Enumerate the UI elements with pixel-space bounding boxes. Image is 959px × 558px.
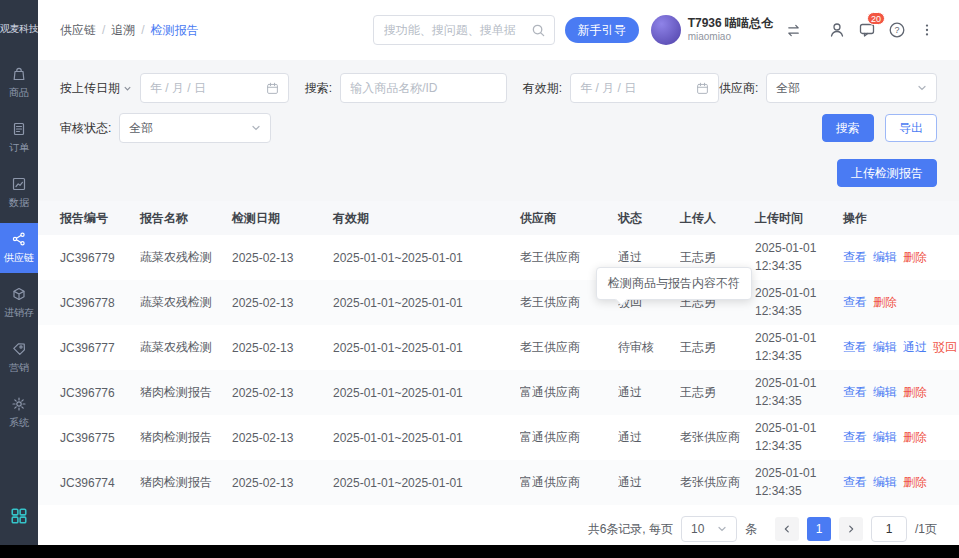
action-edit[interactable]: 编辑 <box>873 340 897 354</box>
action-approve[interactable]: 通过 <box>903 340 927 354</box>
search-button[interactable]: 搜索 <box>822 114 874 142</box>
sidebar-item-orders[interactable]: 订单 <box>0 113 38 163</box>
table-row: JC396777蔬菜农残检测2025-02-132025-01-01~2025-… <box>38 325 959 370</box>
cell-uploader: 老张供应商 <box>680 460 755 505</box>
action-edit[interactable]: 编辑 <box>873 385 897 399</box>
keyword-search-input[interactable]: 输入商品名称/ID <box>340 73 507 103</box>
sidebar-item-data[interactable]: 数据 <box>0 168 38 218</box>
cell-upload-time: 2025-01-0112:34:35 <box>755 325 843 370</box>
action-delete[interactable]: 删除 <box>903 250 927 264</box>
svg-text:?: ? <box>894 25 899 35</box>
sidebar-item-label: 数据 <box>9 196 29 210</box>
report-table: 报告编号 报告名称 检测日期 有效期 供应商 状态 上传人 上传时间 操作 JC… <box>38 201 959 505</box>
breadcrumb-supply-chain[interactable]: 供应链 <box>60 22 96 39</box>
cell-report-id: JC396776 <box>38 370 140 415</box>
sidebar-item-supply-chain[interactable]: 供应链 <box>0 223 38 273</box>
column-validity: 有效期 <box>333 201 520 235</box>
action-delete[interactable]: 删除 <box>903 430 927 444</box>
upload-report-button[interactable]: 上传检测报告 <box>837 159 937 187</box>
cell-report-id: JC396774 <box>38 460 140 505</box>
page-size-value: 10 <box>691 522 704 536</box>
action-view[interactable]: 查看 <box>843 475 867 489</box>
next-page-button[interactable] <box>839 517 863 541</box>
prev-page-button[interactable] <box>775 517 799 541</box>
messages-button[interactable]: 20 <box>857 20 877 40</box>
page-jump-input[interactable] <box>871 516 907 542</box>
account-text: T7936 喵喵总仓 miaomiao <box>688 16 773 44</box>
search-icon[interactable] <box>531 23 546 38</box>
action-delete[interactable]: 删除 <box>903 385 927 399</box>
record-summary: 共6条记录, 每页 <box>588 521 673 538</box>
cell-test-date: 2025-02-13 <box>232 415 333 460</box>
brand-logo: 观麦科技 <box>0 0 38 58</box>
action-view[interactable]: 查看 <box>843 250 867 264</box>
sidebar-item-marketing[interactable]: 营销 <box>0 333 38 383</box>
page-1-button[interactable]: 1 <box>807 517 831 541</box>
cell-actions: 查看编辑删除 <box>843 460 959 505</box>
action-view[interactable]: 查看 <box>843 430 867 444</box>
cell-report-name: 猪肉检测报告 <box>140 460 232 505</box>
page-size-unit: 条 <box>745 521 757 538</box>
action-edit[interactable]: 编辑 <box>873 475 897 489</box>
report-table-body: JC396779蔬菜农残检测2025-02-132025-01-01~2025-… <box>38 235 959 505</box>
account-info[interactable]: T7936 喵喵总仓 miaomiao <box>651 15 773 45</box>
cell-test-date: 2025-02-13 <box>232 325 333 370</box>
sidebar-item-label: 商品 <box>9 86 29 100</box>
validity-date-placeholder: 年 / 月 / 日 <box>580 80 636 97</box>
upload-date-filter-label[interactable]: 按上传日期 <box>60 80 132 97</box>
apps-grid-icon[interactable] <box>10 507 28 529</box>
cell-upload-time: 2025-01-0112:34:35 <box>755 235 843 280</box>
action-edit[interactable]: 编辑 <box>873 430 897 444</box>
supplier-select-value: 全部 <box>776 80 800 97</box>
cell-report-name: 猪肉检测报告 <box>140 370 232 415</box>
more-menu-button[interactable] <box>917 20 937 40</box>
cell-test-date: 2025-02-13 <box>232 370 333 415</box>
action-view[interactable]: 查看 <box>843 295 867 309</box>
question-mark-icon: ? <box>888 21 906 39</box>
supplier-select[interactable]: 全部 <box>766 73 937 103</box>
action-view[interactable]: 查看 <box>843 385 867 399</box>
global-search-input[interactable] <box>382 22 531 38</box>
person-icon <box>828 21 846 39</box>
column-upload-time: 上传时间 <box>755 201 843 235</box>
beginner-guide-button[interactable]: 新手引导 <box>565 17 639 43</box>
avatar[interactable] <box>651 15 681 45</box>
table-row: JC396779蔬菜农残检测2025-02-132025-01-01~2025-… <box>38 235 959 280</box>
sidebar-item-label: 系统 <box>9 416 29 430</box>
chart-icon <box>11 176 27 192</box>
cell-validity: 2025-01-01~2025-01-01 <box>333 460 520 505</box>
sidebar-item-label: 供应链 <box>4 251 34 265</box>
keyword-search-placeholder: 输入商品名称/ID <box>350 80 437 97</box>
switch-store-button[interactable] <box>783 20 803 40</box>
customer-service-button[interactable] <box>827 20 847 40</box>
cell-uploader: 王志勇 <box>680 325 755 370</box>
validity-date-input[interactable]: 年 / 月 / 日 <box>570 73 719 103</box>
cell-supplier: 富通供应商 <box>520 370 618 415</box>
breadcrumb-trace[interactable]: 追溯 <box>111 22 135 39</box>
action-delete[interactable]: 删除 <box>873 295 897 309</box>
column-test-date: 检测日期 <box>232 201 333 235</box>
cell-report-id: JC396779 <box>38 235 140 280</box>
topbar: 供应链 / 追溯 / 检测报告 新手引导 T7936 喵喵总仓 miaomiao <box>38 0 959 60</box>
action-edit[interactable]: 编辑 <box>873 250 897 264</box>
chevron-left-icon <box>782 524 792 534</box>
sidebar-item-inventory[interactable]: 进销存 <box>0 278 38 328</box>
help-button[interactable]: ? <box>887 20 907 40</box>
calendar-icon <box>266 82 279 95</box>
audit-status-label: 审核状态: <box>60 120 111 137</box>
action-view[interactable]: 查看 <box>843 340 867 354</box>
sidebar-item-goods[interactable]: 商品 <box>0 58 38 108</box>
cell-actions: 查看编辑删除 <box>843 370 959 415</box>
cell-report-name: 蔬菜农残检测 <box>140 235 232 280</box>
page-size-select[interactable]: 10 <box>681 516 737 542</box>
gear-icon <box>11 396 27 412</box>
export-button[interactable]: 导出 <box>885 114 937 142</box>
action-delete[interactable]: 删除 <box>903 475 927 489</box>
audit-status-select[interactable]: 全部 <box>119 113 271 143</box>
upload-date-input[interactable]: 年 / 月 / 日 <box>140 73 289 103</box>
table-row: JC396774猪肉检测报告2025-02-132025-01-01~2025-… <box>38 460 959 505</box>
action-reject[interactable]: 驳回 <box>933 340 957 354</box>
status-tooltip: 检测商品与报告内容不符 <box>596 267 752 300</box>
sidebar-item-system[interactable]: 系统 <box>0 388 38 438</box>
column-status: 状态 <box>618 201 680 235</box>
